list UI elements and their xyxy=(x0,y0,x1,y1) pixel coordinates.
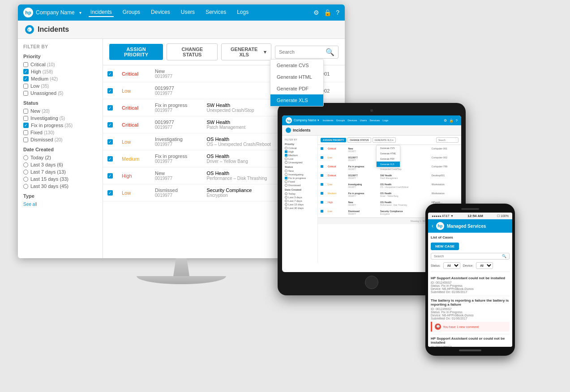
search-icon[interactable]: 🔍 xyxy=(326,48,334,56)
filter-last7-radio[interactable] xyxy=(23,170,28,175)
tablet-checkbox[interactable] xyxy=(321,210,323,213)
search-box[interactable]: 🔍 xyxy=(275,46,339,59)
filter-dismissed-checkbox[interactable] xyxy=(23,137,28,142)
filter-unassigned[interactable]: Unassigned (5) xyxy=(23,90,97,96)
filter-new-checkbox[interactable] xyxy=(23,109,28,114)
tablet-table-row[interactable]: Medium Fix in progress0019977 OS HealthD… xyxy=(319,191,460,199)
tablet-checkbox[interactable] xyxy=(321,156,323,159)
filter-critical-checkbox[interactable] xyxy=(23,62,28,67)
row-checkbox[interactable] xyxy=(107,139,113,145)
filter-fix-in-progress[interactable]: Fix in progress (35) xyxy=(23,123,97,128)
tablet-home-button[interactable] xyxy=(365,276,378,289)
tablet-generate-button[interactable]: GENERATE XLS ▾ xyxy=(373,137,396,143)
tablet-priority: Medium xyxy=(326,191,345,199)
phone-incident-1[interactable]: HP Support Assistant could not be instal… xyxy=(431,274,510,296)
tablet-assign-button[interactable]: ASSIGN PRIORITY xyxy=(321,138,346,142)
phone-back-button[interactable]: ‹ xyxy=(432,223,433,229)
dropdown-generate-xls[interactable]: Generate XLS xyxy=(270,94,323,106)
priority-cell: Medium xyxy=(117,150,150,167)
nav-link-groups[interactable]: Groups xyxy=(121,8,142,17)
company-dropdown-icon[interactable]: ▾ xyxy=(79,10,81,15)
filter-critical[interactable]: Critical (10) xyxy=(23,62,97,67)
dropdown-generate-cvs[interactable]: Generate CVS xyxy=(270,60,323,71)
company-name: Company Name xyxy=(36,9,75,16)
tablet-sidebar: FILTER BY Priority Critical ✓ High ✓ Med… xyxy=(282,136,318,263)
tablet-dropdown-html[interactable]: Generate HTML xyxy=(377,151,400,156)
row-checkbox[interactable] xyxy=(107,71,113,77)
filter-today-radio[interactable] xyxy=(23,155,28,160)
tablet-checkbox[interactable] xyxy=(321,174,323,177)
nav-link-incidents[interactable]: Incidents xyxy=(89,8,114,17)
tablet-dropdown-cvs[interactable]: Generate CVS xyxy=(377,145,400,151)
filter-last30-radio[interactable] xyxy=(23,184,28,189)
tablet-table-row[interactable]: Critical 00199770019977 SW HealthPatch M… xyxy=(319,173,460,181)
change-status-button[interactable]: CHANGE STATUS xyxy=(167,43,218,60)
filter-last30[interactable]: Last 30 days (45) xyxy=(23,183,97,189)
nav-link-services[interactable]: Services xyxy=(204,8,228,17)
tablet-checkbox[interactable] xyxy=(321,201,323,204)
tablet-search-input[interactable] xyxy=(436,137,459,143)
phone-search-box[interactable]: 🔍 xyxy=(431,253,510,260)
phone-incident-2[interactable]: The battery is reporting a failure the b… xyxy=(431,296,510,334)
generate-dropdown-icon[interactable]: ▾ xyxy=(264,49,266,55)
filter-fixed-checkbox[interactable] xyxy=(23,130,28,135)
dropdown-generate-pdf[interactable]: Generate PDF xyxy=(270,83,323,94)
tablet-table-row[interactable]: Low Investigating0019977 OS HealthOS - U… xyxy=(319,182,460,190)
nav-logo[interactable]: hp Company Name ▾ xyxy=(23,8,81,17)
nav-link-logs[interactable]: Logs xyxy=(235,8,250,17)
tablet-dropdown-xls[interactable]: Generate XLS xyxy=(377,162,400,167)
row-checkbox[interactable] xyxy=(107,156,113,162)
filter-investigating-checkbox[interactable] xyxy=(23,116,28,121)
filter-last7[interactable]: Last 7 days (13) xyxy=(23,169,97,175)
filter-low[interactable]: Low (35) xyxy=(23,83,97,89)
settings-icon[interactable]: ⚙ xyxy=(313,9,319,16)
dropdown-generate-html[interactable]: Generate HTML xyxy=(270,71,323,83)
tablet-status: Fix in progress0019977 xyxy=(346,191,377,199)
phone-status-select[interactable]: All xyxy=(443,262,460,269)
nav-link-devices[interactable]: Devices xyxy=(149,8,172,17)
filter-dismissed[interactable]: Dismissed (20) xyxy=(23,137,97,142)
assign-priority-button[interactable]: ASSIGN PRIORITY xyxy=(109,44,163,60)
tablet-checkbox[interactable] xyxy=(321,183,323,186)
filter-investigating[interactable]: Investigating (5) xyxy=(23,115,97,121)
lock-icon[interactable]: 🔒 xyxy=(324,9,331,16)
filter-today[interactable]: Today (2) xyxy=(23,155,97,160)
filter-medium-checkbox[interactable] xyxy=(23,76,29,81)
tablet-checkbox[interactable] xyxy=(321,192,323,195)
filter-high-checkbox[interactable] xyxy=(23,69,29,74)
filter-new[interactable]: New (20) xyxy=(23,108,97,114)
phone-device-select[interactable]: All xyxy=(476,262,493,269)
filter-medium[interactable]: Medium (42) xyxy=(23,76,97,81)
filter-unassigned-checkbox[interactable] xyxy=(23,91,28,96)
generate-xls-button[interactable]: GENERATE XLS ▾ xyxy=(221,43,271,60)
row-checkbox[interactable] xyxy=(107,122,113,128)
filter-last15-radio[interactable] xyxy=(23,177,28,182)
filter-last3[interactable]: Last 3 days (6) xyxy=(23,162,97,167)
filter-by-label: FILTER BY xyxy=(23,44,97,49)
search-input[interactable] xyxy=(279,49,324,55)
row-checkbox[interactable] xyxy=(107,88,113,94)
tablet-checkbox[interactable] xyxy=(321,147,323,150)
filter-low-checkbox[interactable] xyxy=(23,84,28,89)
filter-fix-checkbox[interactable] xyxy=(23,123,29,128)
tablet-change-button[interactable]: CHANGE STATUS xyxy=(347,137,371,143)
see-all-link[interactable]: See all xyxy=(23,202,37,207)
row-checkbox[interactable] xyxy=(107,105,113,111)
filter-high[interactable]: High (158) xyxy=(23,69,97,74)
phone-home-bar[interactable] xyxy=(459,349,481,351)
priority-filter-title: Priority xyxy=(23,54,97,59)
row-checkbox[interactable] xyxy=(107,173,113,179)
filter-last3-radio[interactable] xyxy=(23,162,28,167)
priority-cell: Low xyxy=(117,82,150,99)
filter-last15[interactable]: Last 15 days (33) xyxy=(23,176,97,182)
help-icon[interactable]: ? xyxy=(336,9,339,16)
tablet-checkbox[interactable] xyxy=(321,165,323,168)
phone-search-input[interactable] xyxy=(434,255,502,258)
tablet-dropdown-pdf[interactable]: Generate PDF xyxy=(377,156,400,162)
filter-fixed[interactable]: Fixed (130) xyxy=(23,130,97,135)
phone-new-case-button[interactable]: NEW CASE xyxy=(431,243,459,250)
page-title: Incidents xyxy=(38,26,69,34)
phone-incident-3[interactable]: HP Support Assistant could or could not … xyxy=(431,334,510,347)
nav-link-users[interactable]: Users xyxy=(179,8,197,17)
row-checkbox[interactable] xyxy=(107,190,113,196)
